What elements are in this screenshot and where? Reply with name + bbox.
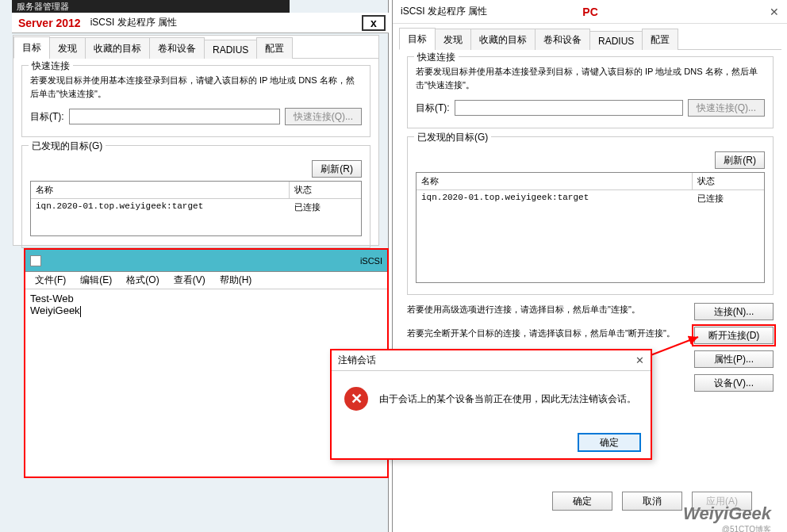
dark-titlebar: 服务器管理器 [12, 0, 290, 13]
watermark: WeiyiGeek [683, 503, 771, 524]
menu-edit[interactable]: 编辑(E) [74, 272, 118, 289]
error-dialog: 注销会话 ✕ ✕ 由于会话上的某个设备当前正在使用，因此无法注销该会话。 确定 [330, 349, 652, 460]
dialog-close-button[interactable]: ✕ [635, 354, 644, 366]
disconnect-desc: 若要完全断开某个目标的连接，请选择该目标，然后单击"断开连接"。 [407, 327, 686, 340]
server-label: Server 2012 [18, 17, 81, 29]
r-discovered-list[interactable]: 名称 状态 iqn.2020-01.top.weiyigeek:target 已… [416, 172, 765, 283]
tab-config[interactable]: 配置 [256, 37, 293, 59]
footer-cancel-button[interactable]: 取消 [622, 492, 682, 511]
quick-connect-button[interactable]: 快速连接(Q)... [285, 108, 362, 125]
notepad-text-area[interactable]: Test-Web WeiyiGeek [25, 289, 387, 320]
r-list-row[interactable]: iqn.2020-01.top.weiyigeek:target 已连接 [417, 190, 764, 207]
tab-radius[interactable]: RADIUS [204, 40, 257, 59]
tab-content: 快速连接 若要发现目标并使用基本连接登录到目标，请键入该目标的 IP 地址或 D… [13, 59, 378, 262]
col-state: 状态 [290, 182, 361, 198]
r-quick-connect-group: 快速连接 若要发现目标并使用基本连接登录到目标，请键入该目标的 IP 地址或 D… [407, 56, 774, 128]
r-tab-favorite[interactable]: 收藏的目标 [470, 29, 536, 50]
r-tab-target[interactable]: 目标 [399, 28, 436, 50]
discovered-list[interactable]: 名称 状态 iqn.2020-01.top.weiyigeek:target 已… [30, 181, 362, 236]
dialog-footer: 确定 [332, 427, 651, 458]
r-tab-vol-dev[interactable]: 卷和设备 [535, 29, 590, 50]
footer-ok-button[interactable]: 确定 [552, 492, 612, 511]
tab-favorite[interactable]: 收藏的目标 [85, 37, 150, 59]
devices-button[interactable]: 设备(V)... [694, 374, 774, 392]
tab-vol-dev[interactable]: 卷和设备 [149, 37, 205, 59]
menu-help[interactable]: 帮助(H) [213, 272, 259, 289]
right-close-button[interactable]: ✕ [770, 6, 779, 18]
dialog-body: ✕ 由于会话上的某个设备当前正在使用，因此无法注销该会话。 [332, 371, 651, 427]
menu-format[interactable]: 格式(O) [120, 272, 165, 289]
row-state: 已连接 [290, 199, 361, 216]
refresh-button[interactable]: 刷新(R) [312, 160, 362, 178]
target-label: 目标(T): [30, 110, 64, 124]
r-tab-config[interactable]: 配置 [642, 29, 678, 50]
notepad-icon [30, 255, 41, 266]
r-col-state: 状态 [693, 173, 764, 189]
dialog-ok-button[interactable]: 确定 [578, 433, 641, 452]
tab-target[interactable]: 目标 [13, 36, 50, 59]
r-col-name: 名称 [417, 173, 693, 189]
list-row[interactable]: iqn.2020-01.top.weiyigeek:target 已连接 [31, 199, 361, 216]
tabs-bar: 目标 发现 收藏的目标 卷和设备 RADIUS 配置 [13, 36, 378, 59]
right-dialog-body: 目标 发现 收藏的目标 卷和设备 RADIUS 配置 快速连接 若要发现目标并使… [399, 27, 781, 404]
right-titlebar: iSCSI 发起程序 属性 PC ✕ [393, 0, 787, 24]
menu-view[interactable]: 查看(V) [167, 272, 212, 289]
quick-connect-group: 快速连接 若要发现目标并使用基本连接登录到目标，请键入该目标的 IP 地址或 D… [21, 65, 370, 137]
r-tabs-bar: 目标 发现 收藏的目标 卷和设备 RADIUS 配置 [399, 27, 781, 50]
quick-connect-desc: 若要发现目标并使用基本连接登录到目标，请键入该目标的 IP 地址或 DNS 名称… [30, 74, 362, 100]
discovered-group: 已发现的目标(G) 刷新(R) 名称 状态 iqn.2020-01.top.we… [21, 145, 370, 248]
r-discovered-group: 已发现的目标(G) 刷新(R) 名称 状态 iqn.2020-01.top.we… [407, 136, 774, 295]
col-name: 名称 [31, 182, 290, 198]
disconnect-button[interactable]: 断开连接(D) [694, 327, 774, 344]
notepad-menubar: 文件(F) 编辑(E) 格式(O) 查看(V) 帮助(H) [25, 272, 387, 289]
connect-button[interactable]: 连接(N)... [694, 303, 774, 320]
r-discovered-title: 已发现的目标(G) [414, 131, 491, 144]
r-row-state: 已连接 [693, 190, 764, 207]
r-group-title: 快速连接 [414, 51, 459, 64]
disconnect-row: 若要完全断开某个目标的连接，请选择该目标，然后单击"断开连接"。 断开连接(D) [407, 327, 774, 344]
menu-file[interactable]: 文件(F) [29, 272, 72, 289]
right-window-title: iSCSI 发起程序 属性 [401, 5, 487, 18]
dialog-titlebar[interactable]: 注销会话 ✕ [332, 350, 651, 371]
row-name: iqn.2020-01.top.weiyigeek:target [31, 199, 290, 216]
r-row-name: iqn.2020-01.top.weiyigeek:target [417, 190, 693, 207]
pc-label: PC [582, 6, 597, 18]
r-refresh-button[interactable]: 刷新(R) [715, 151, 765, 169]
group-title: 快速连接 [29, 59, 73, 73]
connect-row: 若要使用高级选项进行连接，请选择目标，然后单击"连接"。 连接(N)... [407, 303, 774, 320]
dialog-title: 注销会话 [338, 354, 376, 367]
target-input[interactable] [69, 109, 280, 124]
error-icon: ✕ [344, 387, 368, 411]
watermark-sub: @51CTO博客 [722, 524, 771, 532]
r-tab-discover[interactable]: 发现 [435, 29, 471, 50]
r-quick-connect-desc: 若要发现目标并使用基本连接登录到目标，请键入该目标的 IP 地址或 DNS 名称… [416, 65, 765, 91]
dialog-message: 由于会话上的某个设备当前正在使用，因此无法注销该会话。 [379, 392, 636, 406]
r-target-label: 目标(T): [416, 101, 450, 115]
r-target-input[interactable] [455, 100, 683, 116]
close-button[interactable]: x [362, 15, 386, 31]
connect-desc: 若要使用高级选项进行连接，请选择目标，然后单击"连接"。 [407, 303, 686, 316]
left-dialog-body: 目标 发现 收藏的目标 卷和设备 RADIUS 配置 快速连接 若要发现目标并使… [13, 35, 379, 246]
notepad-title-text: iSCSI [360, 256, 382, 266]
left-titlebar: Server 2012 iSCSI 发起程序 属性 x [12, 13, 389, 33]
tab-discover[interactable]: 发现 [49, 37, 86, 59]
notepad-titlebar[interactable]: iSCSI [25, 250, 387, 272]
r-tab-radius[interactable]: RADIUS [589, 31, 643, 50]
left-window-title: iSCSI 发起程序 属性 [90, 16, 177, 29]
properties-button[interactable]: 属性(P)... [694, 350, 774, 368]
r-quick-connect-button[interactable]: 快速连接(Q)... [688, 99, 765, 117]
discovered-title: 已发现的目标(G) [29, 140, 106, 153]
